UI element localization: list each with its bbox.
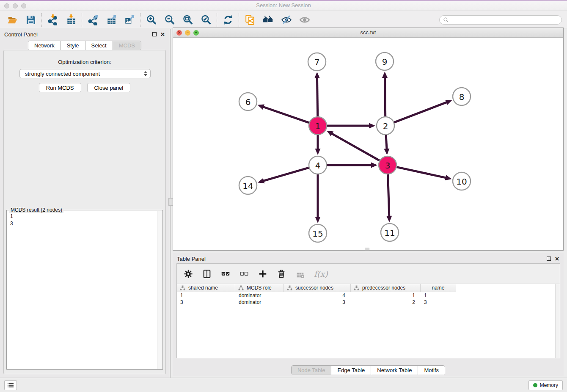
tab-node-table[interactable]: Node Table bbox=[292, 366, 332, 375]
copy-network-icon[interactable] bbox=[245, 14, 256, 25]
column-header-name[interactable]: name bbox=[421, 284, 456, 292]
memory-button[interactable]: Memory bbox=[528, 380, 563, 390]
zoom-in-icon[interactable] bbox=[146, 14, 157, 25]
graph-edge-3-1[interactable] bbox=[331, 133, 379, 161]
add-column-icon[interactable] bbox=[258, 269, 267, 279]
export-network-button[interactable] bbox=[84, 13, 102, 27]
window-title: Session: New Session bbox=[0, 2, 567, 8]
table-cell[interactable]: 4 bbox=[284, 292, 351, 299]
panel-splitter[interactable] bbox=[169, 29, 173, 378]
graph-edge-arrowhead bbox=[371, 163, 377, 168]
column-layout-icon[interactable] bbox=[202, 269, 212, 279]
column-header-shared-name[interactable]: shared name bbox=[177, 284, 235, 292]
canvas-resize-grip[interactable] bbox=[365, 248, 369, 250]
zoom-in-button[interactable] bbox=[142, 13, 160, 27]
export-table-button[interactable] bbox=[102, 13, 120, 27]
network-window-titlebar[interactable]: ✕ – + scc.txt bbox=[173, 28, 563, 38]
table-row[interactable]: 1dominator411 bbox=[177, 292, 560, 299]
graph-edge-3-11[interactable] bbox=[388, 174, 389, 217]
graph-edge-3-10[interactable] bbox=[396, 167, 446, 178]
table-toolbar: f(x) bbox=[177, 264, 560, 284]
graph-edge-2-9[interactable] bbox=[385, 77, 385, 116]
graph-edge-1-6[interactable] bbox=[262, 107, 309, 123]
hide-selected-eye-icon[interactable] bbox=[281, 14, 292, 25]
float-panel-icon[interactable] bbox=[152, 32, 157, 36]
hide-selected-eye-button[interactable] bbox=[277, 13, 295, 27]
graph-edge-arrowhead bbox=[382, 72, 388, 78]
function-builder-icon: f(x) bbox=[314, 269, 328, 279]
tab-edge-table[interactable]: Edge Table bbox=[331, 366, 371, 375]
table-cell[interactable]: 1 bbox=[351, 292, 421, 299]
column-header-predecessor-nodes[interactable]: predecessor nodes bbox=[351, 284, 421, 292]
mcds-result-list[interactable]: 1 3 bbox=[7, 211, 157, 369]
table-settings-gear-icon[interactable] bbox=[184, 269, 193, 279]
graph-edge-2-3[interactable] bbox=[386, 135, 387, 150]
tab-network[interactable]: Network bbox=[28, 41, 61, 50]
task-history-button[interactable] bbox=[4, 380, 17, 390]
graph-edge-4-14[interactable] bbox=[263, 168, 309, 181]
deselect-all-rows-icon[interactable] bbox=[239, 269, 249, 279]
tab-motifs[interactable]: Motifs bbox=[418, 366, 445, 375]
zoom-out-icon[interactable] bbox=[164, 14, 175, 25]
refresh-button[interactable] bbox=[219, 13, 237, 27]
close-panel-icon[interactable]: ✕ bbox=[160, 32, 165, 37]
import-table-button[interactable] bbox=[62, 13, 80, 27]
table-cell[interactable]: 1 bbox=[421, 292, 456, 299]
criterion-value: strongly connected component bbox=[25, 71, 100, 77]
save-session-icon[interactable] bbox=[25, 14, 36, 25]
column-header-successor-nodes[interactable]: successor nodes bbox=[284, 284, 351, 292]
main-toolbar bbox=[0, 11, 567, 28]
export-table-icon[interactable] bbox=[106, 14, 117, 25]
home-network-button[interactable] bbox=[259, 13, 277, 27]
graph-edge-arrowhead bbox=[369, 123, 375, 129]
table-cell[interactable]: dominator bbox=[235, 292, 284, 299]
result-scrollbar[interactable] bbox=[157, 211, 162, 369]
tab-mcds[interactable]: MCDS bbox=[113, 41, 141, 50]
table-panel: Table Panel ✕ f(x) shared nameMCDS roles… bbox=[173, 253, 564, 376]
table-cell[interactable]: 3 bbox=[421, 299, 456, 306]
home-network-icon[interactable] bbox=[263, 14, 274, 25]
graph-edge-1-7[interactable] bbox=[317, 77, 317, 116]
table-cell[interactable]: 1 bbox=[177, 292, 235, 299]
export-image-button[interactable] bbox=[120, 13, 138, 27]
tab-style[interactable]: Style bbox=[61, 41, 85, 50]
graph-edge-2-8[interactable] bbox=[394, 102, 448, 122]
delete-column-icon[interactable] bbox=[277, 269, 286, 279]
table-scrollbar[interactable] bbox=[555, 284, 560, 358]
import-network-button[interactable] bbox=[44, 13, 62, 27]
open-session-icon[interactable] bbox=[7, 14, 18, 25]
zoom-out-button[interactable] bbox=[160, 13, 179, 27]
save-session-button[interactable] bbox=[22, 13, 40, 27]
import-table-icon[interactable] bbox=[66, 14, 77, 25]
select-all-rows-icon[interactable] bbox=[221, 269, 230, 279]
float-table-panel-icon[interactable] bbox=[547, 257, 551, 261]
copy-network-button[interactable] bbox=[241, 13, 259, 27]
export-network-icon[interactable] bbox=[88, 14, 99, 25]
import-network-icon[interactable] bbox=[47, 14, 58, 25]
criterion-dropdown[interactable]: strongly connected component bbox=[19, 69, 151, 78]
show-hidden-eye-button[interactable] bbox=[295, 13, 314, 27]
table-row[interactable]: 3dominator323 bbox=[177, 299, 560, 306]
refresh-icon[interactable] bbox=[223, 14, 234, 25]
table-cell[interactable]: 2 bbox=[351, 299, 421, 306]
column-header-MCDS-role[interactable]: MCDS role bbox=[235, 284, 284, 292]
close-table-panel-icon[interactable]: ✕ bbox=[555, 256, 559, 262]
tab-select[interactable]: Select bbox=[85, 41, 113, 50]
zoom-fit-icon[interactable] bbox=[182, 14, 193, 25]
close-panel-button[interactable]: Close panel bbox=[87, 83, 131, 92]
table-cell[interactable]: dominator bbox=[235, 299, 284, 306]
run-mcds-button[interactable]: Run MCDS bbox=[39, 83, 81, 92]
show-hidden-eye-icon[interactable] bbox=[299, 14, 310, 25]
export-image-icon[interactable] bbox=[124, 14, 135, 25]
tab-network-table[interactable]: Network Table bbox=[371, 366, 418, 375]
toolbar-separator bbox=[217, 13, 217, 27]
zoom-fit-button[interactable] bbox=[179, 13, 197, 27]
table-cell[interactable]: 3 bbox=[284, 299, 351, 306]
open-session-button[interactable] bbox=[3, 13, 22, 27]
network-canvas[interactable]: 1234678910111415 bbox=[173, 38, 563, 250]
table-cell[interactable]: 3 bbox=[177, 299, 235, 306]
zoom-selected-button[interactable] bbox=[197, 13, 215, 27]
search-input[interactable] bbox=[439, 15, 562, 25]
graph-node-label-11: 11 bbox=[384, 228, 395, 238]
zoom-selected-icon[interactable] bbox=[201, 14, 212, 25]
